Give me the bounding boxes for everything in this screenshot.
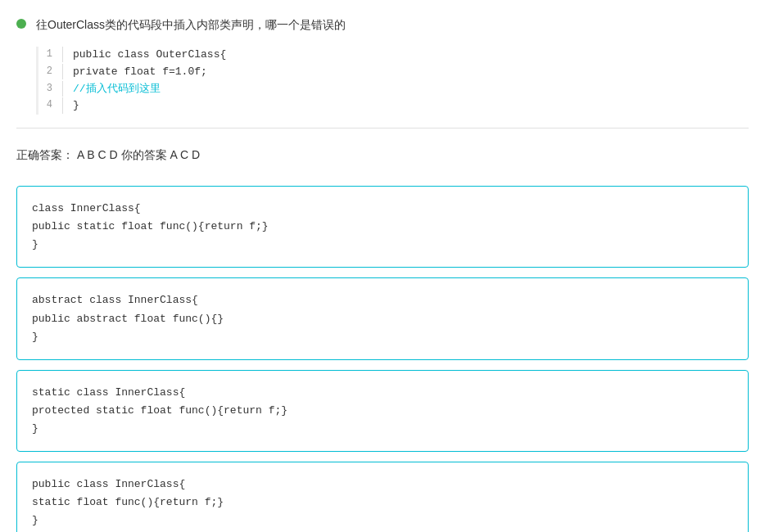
question-text: 往OuterClass类的代码段中插入内部类声明，哪一个是错误的 xyxy=(36,16,346,34)
status-dot xyxy=(16,19,26,29)
line-number-2: 2 xyxy=(38,64,63,79)
question-section: 往OuterClass类的代码段中插入内部类声明，哪一个是错误的 xyxy=(16,16,749,34)
divider xyxy=(16,128,749,128)
code-text-2: private float f=1.0f; xyxy=(73,64,207,81)
code-line-1: 1 public class OuterClass{ xyxy=(38,47,749,64)
page-container: 往OuterClass类的代码段中插入内部类声明，哪一个是错误的 1 publi… xyxy=(0,0,765,532)
line-number-3: 3 xyxy=(38,81,63,97)
option-c-line-1: static class InnerClass{ xyxy=(32,384,733,402)
option-a-line-1: class InnerClass{ xyxy=(32,200,733,218)
option-b-line-3: } xyxy=(32,328,733,346)
line-number-1: 1 xyxy=(38,47,63,62)
your-answer-label: 你的答案 xyxy=(121,148,170,161)
code-line-3: 3 //插入代码到这里 xyxy=(38,81,749,98)
answer-section: 正确答案： A B C D 你的答案 A C D xyxy=(16,142,749,169)
code-line-2: 2 private float f=1.0f; xyxy=(38,64,749,81)
main-code-block: 1 public class OuterClass{ 2 private flo… xyxy=(36,47,749,115)
option-c-line-3: } xyxy=(32,420,733,438)
your-answer-value: A C D xyxy=(170,148,200,161)
code-line-4: 4 } xyxy=(38,97,749,115)
option-c[interactable]: static class InnerClass{ protected stati… xyxy=(16,370,749,452)
code-text-3: //插入代码到这里 xyxy=(73,81,161,98)
option-d-line-3: } xyxy=(32,512,733,530)
line-number-4: 4 xyxy=(38,97,63,113)
option-a[interactable]: class InnerClass{ public static float fu… xyxy=(16,186,749,268)
option-a-line-3: } xyxy=(32,236,733,254)
correct-answer-value: A B C D xyxy=(77,148,118,161)
code-text-1: public class OuterClass{ xyxy=(73,47,226,64)
option-b[interactable]: abstract class InnerClass{ public abstra… xyxy=(16,277,749,359)
code-text-4: } xyxy=(73,97,79,115)
options-container: class InnerClass{ public static float fu… xyxy=(16,186,749,532)
option-d[interactable]: public class InnerClass{ static float fu… xyxy=(16,462,749,532)
option-b-line-1: abstract class InnerClass{ xyxy=(32,291,733,309)
option-d-line-1: public class InnerClass{ xyxy=(32,476,733,494)
option-c-line-2: protected static float func(){return f;} xyxy=(32,402,733,420)
option-b-line-2: public abstract float func(){} xyxy=(32,310,733,328)
option-d-line-2: static float func(){return f;} xyxy=(32,494,733,512)
correct-answer-label: 正确答案： xyxy=(16,148,74,161)
option-a-line-2: public static float func(){return f;} xyxy=(32,218,733,236)
